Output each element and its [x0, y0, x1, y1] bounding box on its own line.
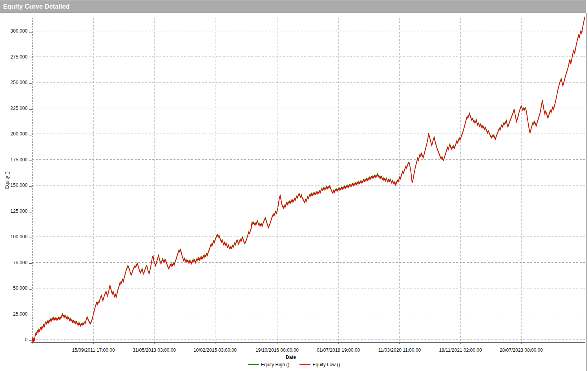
x-tick-label: 11/03/2020 11:00:00	[378, 347, 421, 353]
x-tick-label: 18/11/2021 02:00:00	[439, 347, 482, 353]
chart-legend: Equity High () Equity Low ()	[0, 362, 588, 367]
x-tick-label: 31/05/2013 03:00:00	[133, 347, 176, 353]
y-axis-title: Equity ()	[4, 172, 10, 189]
red-line-swatch-icon	[299, 364, 310, 365]
y-tick-label: 0	[25, 337, 27, 342]
legend-label-equity-high: Equity High ()	[261, 362, 290, 367]
y-tick-label: 75.000	[13, 260, 27, 265]
x-tick-label: 01/07/2018 19:00:00	[317, 347, 360, 353]
y-tick-label: 125.000	[11, 208, 28, 214]
y-tick-label: 25.000	[13, 311, 27, 317]
y-tick-label: 175.000	[11, 157, 28, 163]
x-tick-label: 28/07/2023 08:00:00	[500, 347, 543, 353]
green-line-swatch-icon	[248, 364, 259, 365]
x-tick-label: 19/10/2016 00:00:00	[256, 347, 299, 353]
y-tick-label: 150.000	[11, 183, 28, 188]
equity-curve-window: Equity Curve Detailed 025.00050.00075.00…	[0, 0, 588, 371]
x-tick-labels: 15/09/2011 17:00:0031/05/2013 03:00:0010…	[72, 342, 543, 353]
x-tick-label: 15/09/2011 17:00:00	[72, 347, 115, 353]
legend-item-equity-low: Equity Low ()	[299, 362, 340, 367]
equity-chart: 025.00050.00075.000100.000125.000150.000…	[0, 0, 588, 371]
legend-item-equity-high: Equity High ()	[248, 362, 290, 367]
y-tick-labels: 025.00050.00075.000100.000125.000150.000…	[11, 28, 32, 342]
y-tick-label: 300.000	[11, 28, 28, 34]
y-tick-label: 50.000	[13, 285, 27, 291]
window-right-border	[586, 13, 587, 371]
plot-area[interactable]	[32, 16, 585, 342]
y-tick-label: 250.000	[11, 80, 28, 85]
x-tick-label: 10/02/2015 03:00:00	[194, 347, 237, 353]
legend-label-equity-low: Equity Low ()	[312, 362, 340, 367]
y-tick-label: 225.000	[11, 106, 28, 111]
y-tick-label: 100.000	[11, 234, 28, 239]
y-tick-label: 275.000	[11, 54, 28, 60]
x-axis-title: Date	[0, 355, 582, 360]
y-tick-label: 200.000	[11, 131, 28, 137]
